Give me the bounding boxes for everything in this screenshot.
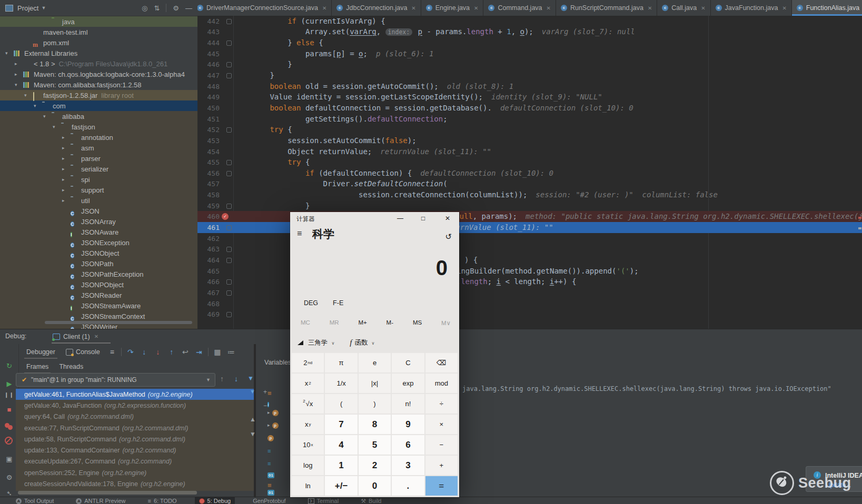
run-to-cursor-icon[interactable]: ⇥ (192, 348, 206, 356)
code-line-row[interactable]: 443Array.set(varArg, index: p - params.l… (197, 26, 862, 37)
collapsed-arrow-icon[interactable]: ▸ (15, 61, 17, 66)
close-icon[interactable]: ✕ (94, 334, 98, 339)
code-line-row[interactable]: 447} (197, 70, 862, 81)
code-line-row[interactable]: 445params[p] = o;p (slot_6): 1 (197, 48, 862, 59)
toolwindow-button-build[interactable]: ⚒Build (356, 497, 385, 504)
special-vars-icon[interactable]: ≡ (267, 481, 272, 489)
tree-item[interactable]: ▸serializer (0, 164, 197, 174)
settings-menu-icon[interactable]: ≡ (105, 348, 119, 356)
collapsed-arrow-icon[interactable]: ▸ (62, 198, 65, 203)
code-line-row[interactable]: 446} (197, 59, 862, 70)
tree-item[interactable]: ▾fastjson (0, 122, 197, 132)
calc-button-2[interactable]: 2 (359, 456, 391, 475)
tree-item[interactable]: ▾fastjson-1.2.58.jarlibrary root (0, 90, 197, 100)
thread-selector[interactable]: ✔ "main"@1 in group "main": RUNNING ▼ (16, 373, 215, 387)
code-line-row[interactable]: 458session.createConnection(columnList))… (197, 189, 862, 200)
collapse-all-icon[interactable]: ⇅ (154, 4, 160, 12)
expanded-arrow-icon[interactable]: ▾ (34, 103, 36, 108)
fold-marker-icon[interactable] (226, 62, 232, 67)
editor-tab-javafunction-java[interactable]: cJavaFunction.java✕ (711, 0, 792, 16)
expanded-arrow-icon[interactable]: ▾ (24, 93, 27, 98)
debug-session-tab[interactable]: Client (1) ✕ (53, 331, 98, 342)
info-node-icon[interactable]: i (267, 401, 269, 408)
stack-frame-row[interactable]: createSessionAndValidate:178, Engine(org… (16, 478, 254, 489)
tree-item[interactable]: CJSONReader (0, 290, 197, 300)
calc-button-ln[interactable]: ln (292, 476, 324, 496)
calculator-window[interactable]: 计算器 — □ ✕ ≡ 科学 ↺ 0 DEG F-E MCMRM+M-MSM∨ … (290, 212, 459, 497)
history-icon[interactable]: ↺ (445, 232, 452, 241)
tree-item[interactable]: CJSON (0, 206, 197, 216)
calc-button-1[interactable]: 1 (325, 456, 357, 475)
frame-up-icon[interactable]: ↑ (220, 375, 224, 383)
toolwindow-button-antlr-preview[interactable]: AANTLR Preview (72, 497, 130, 504)
list-node-icon[interactable]: ≡ (267, 448, 271, 454)
view-breakpoints-icon[interactable] (8, 425, 13, 430)
close-icon[interactable]: ✕ (782, 5, 786, 11)
close-icon[interactable]: ✕ (322, 5, 326, 11)
stack-frame-row[interactable]: executeUpdate:267, Command(org.h2.comman… (16, 456, 254, 467)
calc-button-6[interactable]: 6 (392, 435, 424, 455)
tree-item[interactable]: IJSONStreamAware (0, 300, 197, 311)
calc-button-7[interactable]: 7 (325, 415, 357, 434)
special-vars-icon[interactable]: ≡ (267, 389, 272, 397)
toolwindow-button-6-todo[interactable]: ≡6: TODO (144, 497, 181, 504)
mute-breakpoints-icon[interactable] (5, 437, 13, 445)
stripe-current-line-mark[interactable] (858, 227, 861, 229)
tab-frames[interactable]: Frames (21, 360, 54, 374)
tab-threads[interactable]: Threads (54, 360, 88, 374)
collapsed-arrow-icon[interactable]: ▸ (267, 422, 270, 428)
project-panel-title[interactable]: Project (17, 4, 38, 12)
calc-button-x[interactable]: xy (292, 415, 324, 434)
memory-m-button[interactable]: M∨ (441, 319, 451, 327)
list-node-icon[interactable]: ≡ (267, 460, 271, 467)
calc-button-2[interactable]: 2nd (292, 353, 324, 372)
minimize-icon[interactable]: — (397, 215, 403, 222)
drop-frame-icon[interactable]: ↩ (179, 348, 192, 356)
calc-button-e[interactable]: e (359, 353, 391, 372)
fold-marker-icon[interactable] (226, 19, 232, 24)
calc-button-[interactable]: π (325, 353, 357, 372)
calc-button-mod[interactable]: mod (425, 374, 458, 393)
calc-button-n[interactable]: n! (392, 394, 424, 414)
primitive-node-icon[interactable]: 01 (267, 472, 274, 478)
stack-frame-row[interactable]: update:58, RunScriptCommand(org.h2.comma… (16, 434, 254, 445)
stack-frame-row[interactable]: update:133, CommandContainer(org.h2.comm… (16, 445, 254, 456)
fold-marker-icon[interactable] (226, 127, 232, 133)
fold-marker-icon[interactable] (226, 204, 232, 209)
fold-marker-icon[interactable] (226, 290, 232, 296)
deg-button[interactable]: DEG (304, 299, 318, 307)
step-into-icon[interactable]: ↓ (137, 348, 151, 356)
add-watch-icon[interactable]: + (263, 388, 267, 396)
expanded-arrow-icon[interactable]: ▾ (5, 51, 8, 56)
project-tree-hscrollbar[interactable] (45, 321, 192, 324)
close-icon[interactable]: ✕ (648, 5, 652, 11)
collapsed-arrow-icon[interactable]: ▸ (62, 145, 65, 150)
code-line-row[interactable]: 452try { (197, 124, 862, 135)
code-line-row[interactable]: 444} else { (197, 37, 862, 48)
frames-hscrollbar[interactable] (18, 491, 197, 495)
tree-item[interactable]: ▸util (0, 195, 197, 206)
stack-frame-row[interactable]: query:64, Call(org.h2.command.dml) (16, 411, 254, 422)
remove-watch-icon[interactable]: − (263, 402, 267, 409)
locate-icon[interactable]: ◎ (142, 4, 147, 12)
filter-frames-icon[interactable]: ▼ (247, 375, 254, 382)
code-line-row[interactable]: 442if (currentIsVarArg) { (197, 16, 862, 27)
editor-tab-runscriptcommand-java[interactable]: cRunScriptCommand.java✕ (556, 0, 657, 16)
calc-button-9[interactable]: 9 (392, 415, 424, 434)
stack-frame-row[interactable]: execute:77, RunScriptCommand(org.h2.comm… (16, 422, 254, 434)
tree-item[interactable]: CJSONObject (0, 248, 197, 258)
maximize-icon[interactable]: □ (421, 215, 425, 222)
toolwindow-button-5-debug[interactable]: 5: Debug (195, 497, 235, 504)
close-icon[interactable]: ✕ (411, 5, 415, 11)
editor-tab-call-java[interactable]: cCall.java✕ (657, 0, 710, 16)
fold-marker-icon[interactable] (226, 258, 232, 263)
code-line-row[interactable]: 456if (defaultConnection) {defaultConnec… (197, 168, 862, 179)
toolwindow-button-genprotobuf[interactable]: GenProtobuf (249, 497, 290, 504)
code-line-row[interactable]: 450boolean defaultConnection = session.g… (197, 103, 862, 114)
calc-button-[interactable]: ) (359, 394, 391, 414)
error-stripe[interactable] (857, 16, 862, 329)
tree-item[interactable]: ▸< 1.8 >C:\Program Files\Java\jdk1.8.0_2… (0, 58, 197, 69)
expanded-arrow-icon[interactable]: ▾ (53, 124, 55, 129)
calc-button-[interactable]: ÷ (425, 394, 458, 414)
memory-mc-button[interactable]: MC (301, 319, 310, 327)
